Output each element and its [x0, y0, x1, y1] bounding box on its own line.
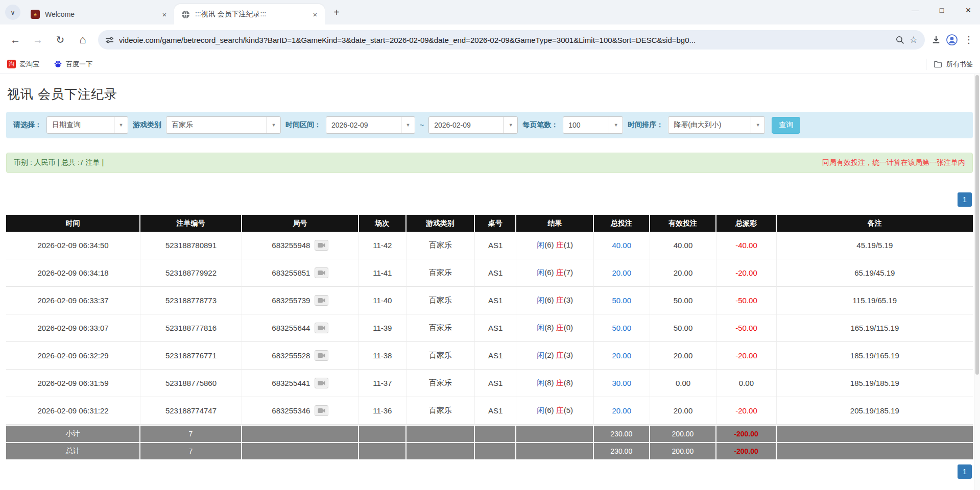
- address-bar[interactable]: videoie.com/game/betrecord_search/kind3?…: [98, 30, 925, 50]
- valid-bet: 50.00: [650, 314, 717, 342]
- menu-kebab-icon[interactable]: ⋮: [963, 34, 975, 45]
- banker-result: 庄: [556, 406, 564, 414]
- result-cell: 闲(2) 庄(3): [516, 342, 593, 370]
- game-kind: 百家乐: [407, 287, 475, 314]
- bet-time: 2026-02-09 06:33:07: [6, 314, 140, 342]
- total-row: 总计 7 230.00 200.00 -200.00: [6, 442, 973, 459]
- bet-id: 523188779922: [140, 259, 242, 287]
- home-button[interactable]: ⌂: [73, 30, 93, 50]
- tab-title: Welcome: [45, 10, 155, 18]
- video-replay-icon[interactable]: [315, 405, 328, 416]
- tab-close-icon[interactable]: ×: [160, 10, 169, 19]
- baidu-paw-icon: [54, 60, 62, 68]
- scrollbar[interactable]: [974, 74, 980, 490]
- bet-id: 523188777816: [140, 314, 242, 342]
- tab-welcome[interactable]: ♠ Welcome ×: [23, 4, 174, 24]
- page-title: 视讯 会员下注纪录: [7, 86, 972, 103]
- site-settings-icon[interactable]: [105, 36, 114, 44]
- bet-time: 2026-02-09 06:33:37: [6, 287, 140, 314]
- total-bet-link[interactable]: 20.00: [612, 351, 632, 360]
- page-1-button[interactable]: 1: [958, 464, 972, 479]
- new-tab-button[interactable]: +: [329, 5, 344, 20]
- banker-score: (8): [564, 378, 573, 387]
- video-replay-icon[interactable]: [315, 267, 328, 278]
- bookmarks-bar: 淘 爱淘宝 百度一下 所有书签: [0, 55, 980, 74]
- bookmark-baidu[interactable]: 百度一下: [54, 60, 92, 69]
- tab-close-icon[interactable]: ×: [310, 10, 320, 19]
- player-score: (6): [544, 240, 554, 249]
- banker-result: 庄: [556, 268, 564, 277]
- total-bet-link[interactable]: 30.00: [612, 379, 632, 387]
- bet-id: 523188780891: [140, 232, 242, 259]
- total-bet-link[interactable]: 40.00: [612, 241, 632, 250]
- game-kind: 百家乐: [407, 232, 475, 259]
- select-type-label: 请选择：: [13, 120, 42, 130]
- game-kind-select[interactable]: 百家乐 ▼: [166, 116, 281, 134]
- table-number: AS1: [475, 259, 516, 287]
- column-header: 备注: [777, 215, 973, 232]
- page-1-button[interactable]: 1: [958, 192, 972, 207]
- chevron-down-icon: ▼: [114, 117, 128, 133]
- subtotal-row: 小计 7 230.00 200.00 -200.00: [6, 425, 973, 442]
- video-replay-icon[interactable]: [315, 295, 328, 306]
- date-start-select[interactable]: 2026-02-09 ▼: [326, 116, 415, 134]
- zoom-icon[interactable]: [896, 36, 904, 44]
- back-button[interactable]: ←: [5, 30, 26, 50]
- remark: 185.19/185.19: [777, 370, 973, 397]
- maximize-button[interactable]: □: [934, 3, 949, 17]
- all-bookmarks-button[interactable]: 所有书签: [926, 59, 973, 70]
- banker-score: (0): [564, 323, 573, 332]
- reload-button[interactable]: ↻: [50, 30, 70, 50]
- result-cell: 闲(6) 庄(3): [516, 287, 593, 314]
- bookmark-taobao[interactable]: 淘 爱淘宝: [7, 60, 39, 69]
- video-replay-icon[interactable]: [315, 323, 328, 333]
- video-replay-icon[interactable]: [315, 350, 328, 361]
- bet-time: 2026-02-09 06:31:59: [6, 370, 140, 397]
- close-window-button[interactable]: ×: [961, 3, 976, 17]
- bookmark-star-icon[interactable]: ☆: [910, 34, 918, 45]
- subtotal-count: 7: [140, 425, 242, 442]
- banker-score: (5): [564, 406, 573, 414]
- total-bet-link[interactable]: 20.00: [612, 268, 632, 277]
- valid-bet: 50.00: [650, 287, 717, 314]
- per-page-select[interactable]: 100 ▼: [563, 116, 623, 134]
- payout: -50.00: [716, 314, 776, 342]
- remark: 165.19/115.19: [777, 314, 973, 342]
- result-cell: 闲(8) 庄(0): [516, 314, 593, 342]
- banker-score: (7): [564, 268, 573, 277]
- sort-select[interactable]: 降幂(由大到小) ▼: [668, 116, 765, 134]
- game-kind-value: 百家乐: [166, 117, 267, 133]
- date-end-select[interactable]: 2026-02-09 ▼: [428, 116, 518, 134]
- per-page-value: 100: [563, 117, 609, 133]
- remark: 115.19/65.19: [777, 287, 973, 314]
- url-text: videoie.com/game/betrecord_search/kind3?…: [119, 36, 891, 44]
- total-bet-link[interactable]: 50.00: [612, 296, 632, 305]
- tab-search-button[interactable]: ∨: [5, 5, 20, 20]
- forward-button[interactable]: →: [28, 30, 48, 50]
- payout: -40.00: [716, 232, 776, 259]
- valid-bet: 20.00: [650, 259, 717, 287]
- chevron-down-icon: ▼: [751, 117, 764, 133]
- search-button[interactable]: 查询: [772, 117, 800, 134]
- query-type-select[interactable]: 日期查询 ▼: [46, 116, 128, 134]
- table-row: 2026-02-09 06:31:22 523188774747 6832553…: [6, 397, 973, 425]
- round-number: 683255739: [272, 296, 310, 305]
- round-number: 683255441: [272, 379, 310, 387]
- chevron-down-icon: ▼: [267, 117, 280, 133]
- total-bet-link[interactable]: 50.00: [612, 324, 632, 332]
- video-replay-icon[interactable]: [315, 378, 328, 388]
- column-header: 有效投注: [650, 215, 717, 232]
- downloads-icon[interactable]: [931, 35, 941, 45]
- payout: -50.00: [716, 287, 776, 314]
- subtotal-valid-bet: 200.00: [650, 425, 717, 442]
- profile-avatar-icon[interactable]: [946, 34, 958, 45]
- chevron-down-icon: ▼: [401, 117, 415, 133]
- player-score: (8): [544, 323, 554, 332]
- tab-betrecord[interactable]: :::视讯 会员下注纪录::: ×: [174, 4, 325, 24]
- total-bet-link[interactable]: 20.00: [612, 406, 632, 415]
- scrollbar-thumb[interactable]: [975, 75, 979, 375]
- table-row: 2026-02-09 06:33:37 523188778773 6832557…: [6, 287, 973, 314]
- minimize-button[interactable]: —: [907, 3, 923, 17]
- video-replay-icon[interactable]: [315, 240, 328, 251]
- column-header: 桌号: [475, 215, 516, 232]
